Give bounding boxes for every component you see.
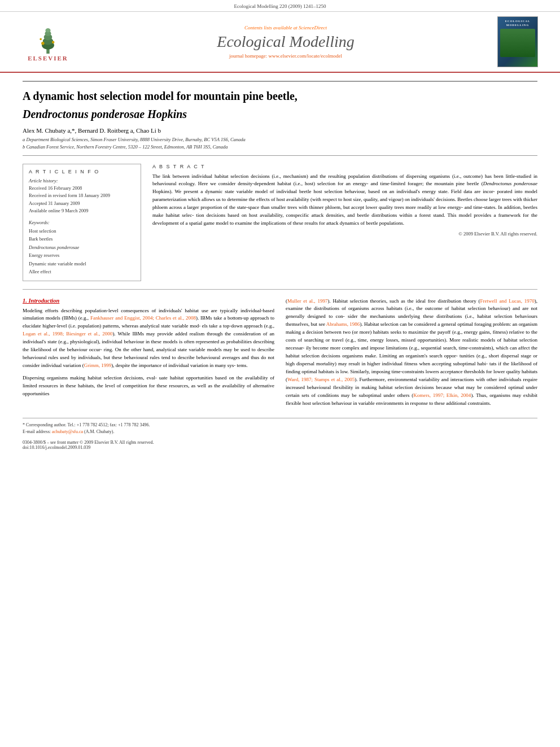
accepted-date: Accepted 31 January 2009 <box>29 200 135 208</box>
intro-right-para-1: (Muller et al., 1997). Habitat selection… <box>286 298 537 408</box>
abstract-col: A B S T R A C T The link between individ… <box>152 164 537 281</box>
article-title-line2: Dendroctonus ponderosae Hopkins <box>23 107 537 121</box>
authors: Alex M. Chubaty a,*, Bernard D. Roitberg… <box>23 127 537 134</box>
article-info-col: A R T I C L E I N F O Article history: R… <box>23 164 141 281</box>
abstract-text: The link between individual habitat sele… <box>152 173 537 228</box>
sciencedirect-name[interactable]: ScienceDirect <box>299 25 327 30</box>
intro-right-col: (Muller et al., 1997). Habitat selection… <box>286 298 537 412</box>
article-footer: * Corresponding author. Tel.: +1 778 782… <box>23 418 537 450</box>
ref-grimm[interactable]: Grimm, 1999 <box>84 362 112 368</box>
keyword-1: Host selection <box>29 227 135 235</box>
article-info-box: A R T I C L E I N F O Article history: R… <box>23 164 141 281</box>
received-date: Received 16 February 2008 <box>29 185 135 193</box>
abstract-section: A B S T R A C T The link between individ… <box>152 164 537 237</box>
affiliations: a Department Biological Sciences, Simon … <box>23 136 537 151</box>
revised-date: Received in revised form 18 January 2009 <box>29 192 135 200</box>
license-text: 0304-3800/$ – see front matter © 2009 El… <box>23 440 537 445</box>
ref-fretwell[interactable]: Fretwell and Lucas, 1970 <box>480 298 535 304</box>
article-info-title: A R T I C L E I N F O <box>29 169 135 174</box>
ref-ward[interactable]: Ward, 1987; Stamps et al., 2005 <box>287 377 355 382</box>
ref-komers[interactable]: Komers, 1997; Elkin, 2004 <box>413 392 471 398</box>
footer-license: 0304-3800/$ – see front matter © 2009 El… <box>23 440 537 450</box>
journal-title: Ecological Modelling <box>79 33 492 51</box>
keyword-4: Energy reserves <box>29 251 135 259</box>
svg-point-7 <box>52 41 55 43</box>
intro-heading: 1. Introduction <box>23 298 274 304</box>
svg-point-5 <box>45 28 50 32</box>
corresponding-author: * Corresponding author. Tel.: +1 778 782… <box>23 422 537 429</box>
svg-point-8 <box>40 38 42 40</box>
email-address: E-mail address: achubaty@sfu.ca (A.M. Ch… <box>23 429 537 435</box>
cover-title: ECOLOGICALMODELLING <box>505 19 530 27</box>
banner-left: ELSEVIER <box>17 23 79 62</box>
main-content: A dynamic host selection model for mount… <box>0 73 560 461</box>
section-divider <box>23 289 537 290</box>
email-link[interactable]: achubaty@sfu.ca <box>52 429 83 434</box>
ref-logan[interactable]: Logan et al., 1998; Biesinger et al., 20… <box>23 331 112 337</box>
ref-abrahams[interactable]: Abrahams, 1986 <box>326 321 360 327</box>
elsevier-tree-icon <box>31 23 65 54</box>
intro-para-2: Dispersing organisms making habitat sele… <box>23 374 274 398</box>
keyword-6: Allee effect <box>29 268 135 276</box>
cover-image-area <box>500 29 535 57</box>
journal-homepage: journal homepage: www.elsevier.com/locat… <box>79 53 492 59</box>
article-meta-section: A R T I C L E I N F O Article history: R… <box>23 164 537 281</box>
homepage-url[interactable]: www.elsevier.com/locate/ecolmodel <box>269 53 342 59</box>
affiliation-b: b Canadian Forest Service, Northern Fore… <box>23 143 537 151</box>
intro-para-1: Modeling efforts describing population-l… <box>23 307 274 370</box>
keywords-section: Keywords: Host selection Bark beetles De… <box>29 220 135 276</box>
article-dates: Received 16 February 2008 Received in re… <box>29 185 135 215</box>
doi-text: doi:10.1016/j.ecolmodel.2009.01.039 <box>23 445 537 450</box>
journal-ref: Ecological Modelling 220 (2009) 1241–125… <box>234 3 326 9</box>
journal-cover: ECOLOGICALMODELLING <box>497 16 538 67</box>
keywords-title: Keywords: <box>29 220 135 225</box>
article-title-line1: A dynamic host selection model for mount… <box>23 89 537 103</box>
email-name: (A.M. Chubaty). <box>84 429 114 434</box>
keyword-5: Dynamic state variable model <box>29 260 135 268</box>
banner-center: Contents lists available at ScienceDirec… <box>79 25 492 59</box>
abstract-title: A B S T R A C T <box>152 164 537 169</box>
sciencedirect-link: Contents lists available at ScienceDirec… <box>79 25 492 30</box>
body-text-section: 1. Introduction Modeling efforts describ… <box>23 298 537 412</box>
keyword-3: Dendroctonus ponderosae <box>29 243 135 251</box>
available-date: Available online 9 March 2009 <box>29 207 135 215</box>
banner: ELSEVIER Contents lists available at Sci… <box>0 12 560 73</box>
history-label: Article history: <box>29 178 135 184</box>
ref-muller[interactable]: Muller et al., 1997 <box>287 298 327 304</box>
elsevier-logo: ELSEVIER <box>17 23 79 62</box>
keywords-list: Host selection Bark beetles Dendroctonus… <box>29 227 135 276</box>
elsevier-text: ELSEVIER <box>28 55 68 62</box>
affiliation-a: a Department Biological Sciences, Simon … <box>23 136 537 143</box>
email-label: E-mail address: <box>23 429 52 434</box>
banner-right: ECOLOGICALMODELLING <box>492 16 543 67</box>
journal-header: Ecological Modelling 220 (2009) 1241–125… <box>0 0 560 12</box>
svg-point-6 <box>41 41 45 45</box>
article-title-section: A dynamic host selection model for mount… <box>23 81 537 156</box>
intro-left-col: 1. Introduction Modeling efforts describ… <box>23 298 274 412</box>
ref-fankhauser[interactable]: Fankhauser and Enggist, 2004; Charles et… <box>90 315 196 321</box>
keyword-2: Bark beetles <box>29 235 135 243</box>
copyright: © 2009 Elsevier B.V. All rights reserved… <box>152 231 537 237</box>
